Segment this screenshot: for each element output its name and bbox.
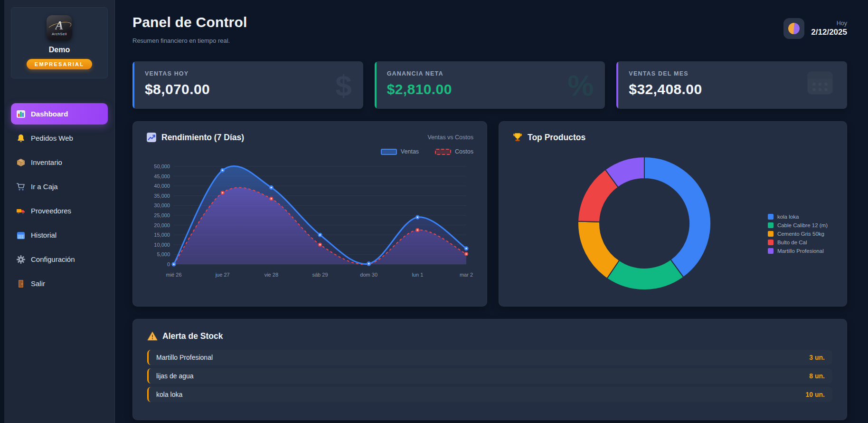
sidebar-item-dashboard[interactable]: Dashboard — [11, 103, 108, 125]
top-products-header: Top Productos — [512, 132, 833, 143]
svg-text:vie 28: vie 28 — [264, 272, 278, 278]
donut-legend-swatch — [768, 222, 774, 228]
theme-toggle-button[interactable] — [783, 18, 804, 39]
truck-icon — [16, 206, 26, 216]
donut-legend-item-bulto-de-cal[interactable]: Bulto de Cal — [768, 240, 828, 245]
stock-item-name: kola loka — [156, 391, 182, 398]
svg-text:0: 0 — [167, 261, 170, 267]
sidebar-item-label: Configuración — [31, 255, 75, 263]
donut-legend-swatch — [768, 231, 774, 237]
date-label: Hoy — [811, 20, 847, 27]
legend-swatch — [435, 149, 451, 155]
door-icon — [16, 279, 26, 288]
stock-alert-row: lijas de agua8 un. — [147, 368, 832, 384]
charts-row: Rendimiento (7 Días) Ventas vs Costos Ve… — [132, 121, 847, 307]
legend-item-ventas[interactable]: Ventas — [381, 148, 419, 155]
donut-legend-label: Bulto de Cal — [777, 240, 807, 245]
stock-item-name: lijas de agua — [156, 372, 194, 380]
sidebar-item-salir[interactable]: Salir — [11, 273, 108, 294]
stock-rows: Martillo Profesional3 un.lijas de agua8 … — [147, 350, 832, 402]
line-chart-legend: VentasCostos — [146, 148, 473, 155]
page-subtitle: Resumen financiero en tiempo real. — [132, 37, 247, 44]
svg-text:15,000: 15,000 — [154, 232, 170, 238]
top-products-title: Top Productos — [528, 133, 585, 143]
svg-text:10,000: 10,000 — [154, 242, 170, 248]
stat-value: $32,408.00 — [629, 81, 835, 97]
legend-label: Ventas — [401, 148, 419, 155]
stat-card-ventas-hoy: VENTAS HOY$8,070.00$ — [132, 61, 363, 109]
performance-chart-header: Rendimiento (7 Días) Ventas vs Costos — [146, 132, 473, 143]
svg-text:mar 2: mar 2 — [460, 272, 473, 278]
donut-chart-area: kola lokaCable Calibre 12 (m)Cemento Gri… — [512, 143, 833, 290]
sidebar-item-proveedores[interactable]: Proveedores — [11, 200, 108, 221]
legend-swatch — [381, 149, 397, 155]
stock-item-name: Martillo Profesional — [156, 354, 213, 361]
page-title: Panel de Control — [132, 14, 247, 30]
sidebar-item-label: Ir a Caja — [31, 183, 58, 191]
sidebar-item-configuraci-n[interactable]: Configuración — [11, 249, 108, 270]
chart-up-icon — [146, 132, 157, 143]
trophy-icon — [512, 132, 523, 143]
sidebar-item-label: Dashboard — [31, 110, 68, 118]
svg-text:35,000: 35,000 — [154, 193, 170, 199]
donut-legend-swatch — [768, 240, 774, 245]
stock-item-quantity: 10 un. — [806, 391, 825, 398]
stat-label: GANANCIA NETA — [387, 70, 593, 77]
donut-legend-label: kola loka — [777, 214, 799, 220]
cart-icon — [16, 182, 26, 192]
stock-item-quantity: 3 un. — [809, 354, 825, 361]
svg-text:sáb 29: sáb 29 — [312, 272, 328, 278]
donut-legend-label: Martillo Profesional — [777, 248, 824, 254]
main-content: Panel de Control Resumen financiero en t… — [115, 0, 868, 423]
svg-text:5,000: 5,000 — [157, 251, 170, 257]
sidebar-item-label: Salir — [31, 279, 45, 288]
svg-text:dom 30: dom 30 — [360, 272, 377, 278]
sidebar-item-pedidos-web[interactable]: Pedidos Web — [11, 127, 108, 149]
app-root: A ArchSell Demo EMPRESARIAL DashboardPed… — [0, 0, 868, 423]
stat-label: VENTAS DEL MES — [629, 70, 835, 77]
stock-alert-title: Alerta de Stock — [162, 331, 223, 341]
account-card: A ArchSell Demo EMPRESARIAL — [11, 7, 108, 78]
calendar-icon — [16, 231, 26, 240]
topbar: Panel de Control Resumen financiero en t… — [132, 14, 847, 44]
donut-legend-item-cable-calibre-12-m-[interactable]: Cable Calibre 12 (m) — [768, 222, 828, 228]
logo-wordmark: ArchSell — [52, 32, 67, 36]
stat-accent-bar — [132, 61, 134, 109]
donut-legend-swatch — [768, 248, 774, 254]
date-value: 2/12/2025 — [811, 28, 847, 37]
svg-text:25,000: 25,000 — [154, 212, 170, 218]
svg-text:50,000: 50,000 — [154, 163, 170, 169]
sidebar-item-label: Pedidos Web — [31, 134, 73, 142]
sidebar-item-inventario[interactable]: Inventario — [11, 152, 108, 173]
performance-chart-subtitle: Ventas vs Costos — [427, 134, 473, 141]
sidebar-item-label: Proveedores — [31, 207, 71, 215]
top-products-card: Top Productos kola lokaCable Calibre 12 … — [499, 121, 847, 307]
sidebar-item-ir-a-caja[interactable]: Ir a Caja — [11, 176, 108, 197]
sidebar-item-label: Historial — [31, 231, 57, 239]
sidebar-item-historial[interactable]: Historial — [11, 224, 108, 246]
plan-badge: EMPRESARIAL — [27, 59, 92, 69]
donut-legend-item-cemento-gris-50kg[interactable]: Cemento Gris 50kg — [768, 231, 828, 237]
svg-text:45,000: 45,000 — [154, 173, 170, 179]
stat-accent-bar — [375, 61, 377, 109]
page-header: Panel de Control Resumen financiero en t… — [132, 14, 247, 44]
donut-legend-item-kola-loka[interactable]: kola loka — [768, 214, 828, 220]
stock-alert-row: kola loka10 un. — [147, 387, 832, 402]
donut-legend-label: Cable Calibre 12 (m) — [777, 222, 828, 228]
svg-text:40,000: 40,000 — [154, 183, 170, 189]
stat-accent-bar — [616, 61, 618, 109]
bar-chart-icon — [16, 109, 26, 119]
svg-text:30,000: 30,000 — [154, 202, 170, 208]
legend-item-costos[interactable]: Costos — [435, 148, 473, 155]
date-block: Hoy 2/12/2025 — [811, 20, 847, 37]
line-chart-plot: 05,00010,00015,00020,00025,00030,00035,0… — [146, 159, 473, 288]
stat-label: VENTAS HOY — [145, 70, 351, 77]
stat-card-ventas-del-mes: VENTAS DEL MES$32,408.00 — [616, 61, 847, 109]
stock-alert-card: Alerta de Stock Martillo Profesional3 un… — [132, 319, 847, 420]
sidebar-nav: DashboardPedidos WebInventarioIr a CajaP… — [4, 103, 114, 294]
app-logo-icon: A ArchSell — [47, 15, 72, 41]
theme-orb-icon — [788, 23, 800, 34]
donut-legend-item-martillo-profesional[interactable]: Martillo Profesional — [768, 248, 828, 254]
performance-chart-title: Rendimiento (7 Días) — [161, 133, 244, 143]
gear-icon — [16, 255, 26, 264]
